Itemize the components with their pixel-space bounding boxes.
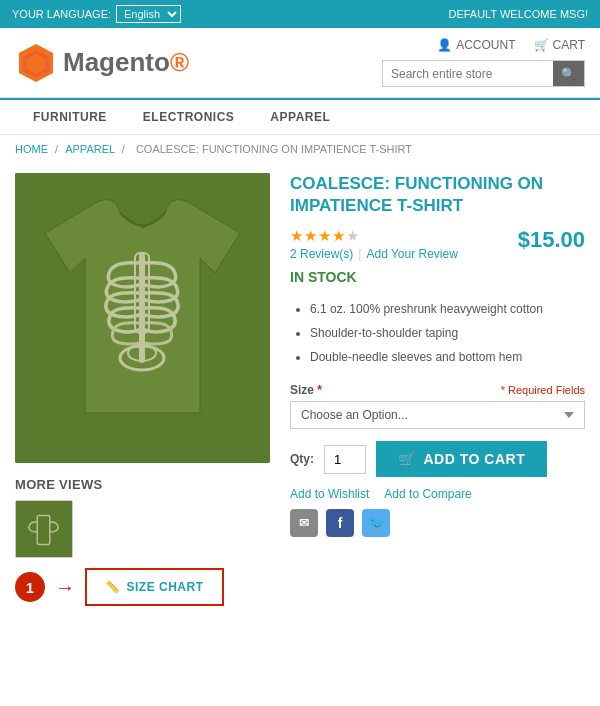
thumbnail-image	[16, 500, 72, 558]
breadcrumb-current: COALESCE: FUNCTIONING ON IMPATIENCE T-SH…	[136, 143, 412, 155]
size-label: Size *	[290, 383, 322, 397]
reviews-row: 2 Review(s) | Add Your Review	[290, 247, 458, 261]
nav-furniture[interactable]: FURNITURE	[15, 100, 125, 134]
breadcrumb-apparel[interactable]: APPAREL	[65, 143, 115, 155]
thumbnail-row	[15, 500, 270, 558]
email-share-icon[interactable]: ✉	[290, 509, 318, 537]
twitter-share-icon[interactable]: 🐦	[362, 509, 390, 537]
cart-icon	[534, 38, 549, 52]
star-rating: ★★★★★	[290, 227, 458, 245]
breadcrumb: HOME / APPAREL / COALESCE: FUNCTIONING O…	[0, 135, 600, 163]
product-area: MORE VIEWS 1 → 📏 SIZE CHART	[0, 163, 600, 621]
svg-rect-9	[215, 293, 265, 413]
product-price: $15.00	[518, 227, 585, 253]
social-links-row: Add to Wishlist Add to Compare	[290, 487, 585, 501]
cart-btn-icon: 🛒	[398, 451, 416, 467]
product-left: MORE VIEWS 1 → 📏 SIZE CHART	[15, 173, 270, 606]
user-icon	[437, 38, 452, 52]
feature-2: Shoulder-to-shoulder taping	[310, 321, 585, 345]
cart-link[interactable]: CART	[534, 38, 585, 52]
compare-link[interactable]: Add to Compare	[384, 487, 471, 501]
welcome-msg: DEFAULT WELCOME MSG!	[448, 8, 588, 20]
header: Magento® ACCOUNT CART	[0, 28, 600, 98]
product-main-image	[15, 173, 270, 463]
product-title: COALESCE: FUNCTIONING ON IMPATIENCE T-SH…	[290, 173, 585, 217]
search-bar	[382, 60, 585, 87]
language-section: YOUR LANGUAGE: English	[12, 5, 181, 23]
main-nav: FURNITURE ELECTRONICS APPAREL	[0, 98, 600, 135]
breadcrumb-home[interactable]: HOME	[15, 143, 48, 155]
annotation-row: 1 → 📏 SIZE CHART	[15, 568, 270, 606]
add-to-cart-button[interactable]: 🛒 ADD TO CART	[376, 441, 547, 477]
account-link[interactable]: ACCOUNT	[437, 38, 515, 52]
header-right: ACCOUNT CART	[382, 38, 585, 87]
ruler-icon: 📏	[105, 580, 121, 594]
search-input[interactable]	[383, 62, 553, 86]
required-fields-note: * Required Fields	[501, 384, 585, 396]
svg-rect-8	[20, 293, 70, 413]
header-links: ACCOUNT CART	[437, 38, 585, 52]
magento-logo-icon	[15, 42, 57, 84]
product-features: 6.1 oz. 100% preshrunk heavyweight cotto…	[290, 297, 585, 369]
product-thumbnail-1[interactable]	[15, 500, 73, 558]
cart-row: Qty: 🛒 ADD TO CART	[290, 441, 585, 477]
facebook-share-icon[interactable]: f	[326, 509, 354, 537]
share-icons: ✉ f 🐦	[290, 509, 585, 537]
search-button[interactable]	[553, 61, 584, 86]
product-image-svg	[15, 173, 270, 463]
size-chart-button[interactable]: 📏 SIZE CHART	[85, 568, 224, 606]
language-label: YOUR LANGUAGE:	[12, 8, 111, 20]
nav-electronics[interactable]: ELECTRONICS	[125, 100, 253, 134]
qty-label: Qty:	[290, 452, 314, 466]
wishlist-link[interactable]: Add to Wishlist	[290, 487, 369, 501]
availability-status: IN STOCK	[290, 269, 585, 285]
feature-1: 6.1 oz. 100% preshrunk heavyweight cotto…	[310, 297, 585, 321]
logo-text: Magento®	[63, 47, 189, 78]
add-review-link[interactable]: Add Your Review	[366, 247, 457, 261]
reviews-link[interactable]: 2 Review(s)	[290, 247, 353, 261]
qty-input[interactable]	[324, 445, 366, 474]
more-views-label: MORE VIEWS	[15, 477, 270, 492]
search-icon	[561, 66, 576, 81]
options-section: Size * * Required Fields Choose an Optio…	[290, 383, 585, 429]
size-label-row: Size * * Required Fields	[290, 383, 585, 397]
feature-3: Double-needle sleeves and bottom hem	[310, 345, 585, 369]
step-badge: 1	[15, 572, 45, 602]
product-right: COALESCE: FUNCTIONING ON IMPATIENCE T-SH…	[290, 173, 585, 606]
size-select[interactable]: Choose an Option... Small Medium Large X…	[290, 401, 585, 429]
svg-rect-10	[16, 501, 72, 557]
arrow-icon: →	[55, 576, 75, 599]
top-bar: YOUR LANGUAGE: English DEFAULT WELCOME M…	[0, 0, 600, 28]
language-select[interactable]: English	[116, 5, 181, 23]
nav-apparel[interactable]: APPAREL	[252, 100, 348, 134]
logo-area: Magento®	[15, 42, 189, 84]
